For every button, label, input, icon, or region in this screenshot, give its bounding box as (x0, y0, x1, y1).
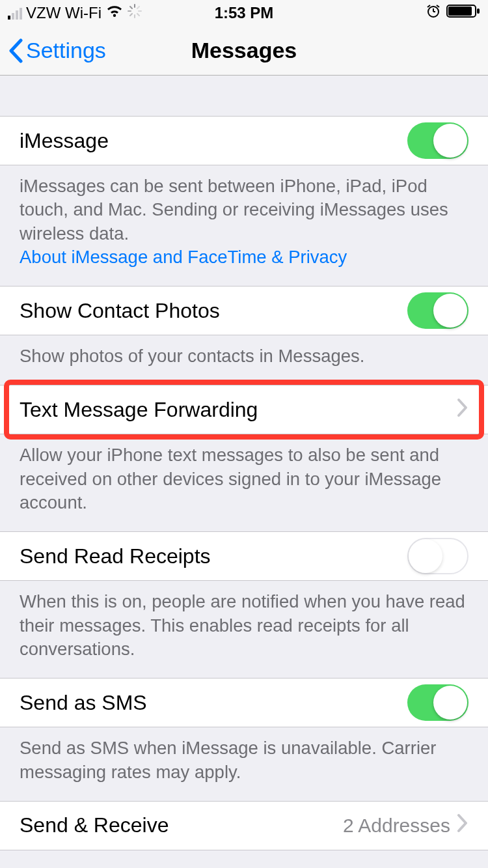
row-label: Send as SMS (20, 691, 407, 715)
svg-line-12 (437, 5, 439, 7)
section-header-sms-mms: SMS/MMS (0, 850, 488, 868)
toggle-imessage[interactable] (407, 122, 468, 159)
toggle-read-receipts[interactable] (407, 538, 468, 574)
svg-line-5 (137, 14, 139, 16)
row-send-as-sms[interactable]: Send as SMS (0, 678, 488, 727)
toggle-send-as-sms[interactable] (407, 684, 468, 721)
svg-rect-14 (448, 7, 472, 16)
row-contact-photos[interactable]: Show Contact Photos (0, 286, 488, 335)
chevron-left-icon (8, 38, 23, 63)
svg-rect-15 (477, 8, 480, 14)
footer-imessage: iMessages can be sent between iPhone, iP… (0, 165, 488, 286)
row-send-receive[interactable]: Send & Receive 2 Addresses (0, 801, 488, 850)
carrier-label: VZW Wi-Fi (26, 4, 102, 22)
status-time: 1:53 PM (215, 4, 274, 22)
row-label: Send & Receive (20, 813, 343, 837)
footer-send-sms: Send as SMS when iMessage is unavailable… (0, 727, 488, 801)
footer-forwarding: Allow your iPhone text messages to also … (0, 434, 488, 531)
wifi-icon (105, 4, 124, 22)
chevron-right-icon (457, 813, 468, 838)
row-label: Send Read Receipts (20, 544, 407, 568)
row-read-receipts[interactable]: Send Read Receipts (0, 531, 488, 581)
back-label: Settings (26, 38, 106, 63)
settings-list: iMessage iMessages can be sent between i… (0, 76, 488, 868)
battery-icon (446, 3, 480, 23)
svg-line-4 (130, 7, 132, 8)
toggle-contact-photos[interactable] (407, 292, 468, 329)
footer-text: iMessages can be sent between iPhone, iP… (20, 176, 448, 244)
cellular-signal-icon (8, 7, 22, 20)
row-imessage[interactable]: iMessage (0, 116, 488, 165)
row-detail: 2 Addresses (343, 815, 450, 837)
svg-line-7 (137, 7, 139, 8)
row-label: Text Message Forwarding (20, 398, 457, 422)
alarm-icon (426, 3, 441, 23)
row-label: Show Contact Photos (20, 299, 407, 323)
svg-line-6 (130, 14, 132, 16)
svg-line-11 (427, 5, 430, 7)
link-imessage-privacy[interactable]: About iMessage and FaceTime & Privacy (20, 247, 347, 267)
loading-spinner-icon (128, 4, 142, 22)
row-label: iMessage (20, 129, 407, 153)
status-bar: VZW Wi-Fi 1:53 PM (0, 0, 488, 26)
chevron-right-icon (457, 397, 468, 423)
footer-read-receipts: When this is on, people are notified whe… (0, 581, 488, 678)
row-text-message-forwarding[interactable]: Text Message Forwarding (0, 385, 488, 434)
nav-bar: Settings Messages (0, 26, 488, 76)
back-button[interactable]: Settings (0, 38, 106, 63)
footer-contact-photos: Show photos of your contacts in Messages… (0, 335, 488, 385)
